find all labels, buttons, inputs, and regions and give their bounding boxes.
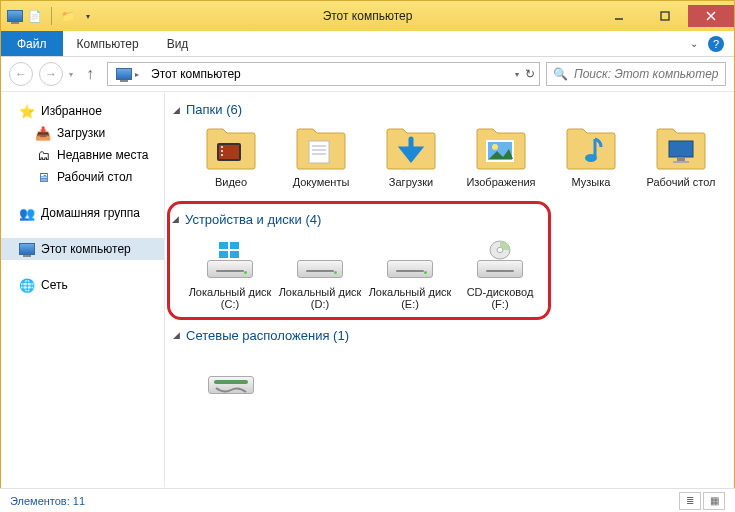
qat-customize-icon[interactable]: ▾ <box>80 8 96 24</box>
item-label: Локальный диск (C:) <box>188 286 272 311</box>
ribbon-tab-view[interactable]: Вид <box>153 31 203 56</box>
breadcrumb-root[interactable]: ▸ <box>112 68 143 80</box>
search-input[interactable] <box>574 67 719 81</box>
item-label: Изображения <box>466 176 535 189</box>
help-icon[interactable]: ? <box>708 36 724 52</box>
sidebar-homegroup[interactable]: 👥Домашняя группа <box>1 202 164 224</box>
system-menu-icon[interactable] <box>7 8 23 24</box>
svg-rect-22 <box>230 251 239 258</box>
breadcrumb[interactable]: Этот компьютер <box>147 67 245 81</box>
svg-point-15 <box>585 154 597 162</box>
star-icon: ⭐ <box>19 103 35 119</box>
sidebar-label: Недавние места <box>57 148 148 162</box>
homegroup-icon: 👥 <box>19 205 35 221</box>
close-button[interactable] <box>688 5 734 27</box>
svg-rect-21 <box>219 251 228 258</box>
item-label: Локальный диск (E:) <box>368 286 452 311</box>
item-label: Загрузки <box>389 176 433 189</box>
folder-item-pictures[interactable]: Изображения <box>459 125 543 189</box>
drive-hdd-icon <box>292 235 348 283</box>
svg-point-8 <box>221 154 223 156</box>
svg-rect-20 <box>230 242 239 249</box>
item-label: Локальный диск (D:) <box>278 286 362 311</box>
qat-properties-icon[interactable]: 📄 <box>27 8 43 24</box>
folder-video-icon <box>203 125 259 173</box>
desktop-icon: 🖥 <box>35 169 51 185</box>
item-label: Рабочий стол <box>646 176 715 189</box>
folder-desktop-icon <box>653 125 709 173</box>
svg-point-7 <box>221 150 223 152</box>
svg-rect-18 <box>673 161 689 163</box>
ribbon: Файл Компьютер Вид ⌄ ? <box>1 31 734 57</box>
recent-icon: 🗂 <box>35 147 51 163</box>
chevron-down-icon[interactable]: ▾ <box>515 70 519 79</box>
network-drive-icon <box>203 351 259 399</box>
folder-documents-icon <box>293 125 349 173</box>
forward-button[interactable]: → <box>39 62 63 86</box>
ribbon-file-tab[interactable]: Файл <box>1 31 63 56</box>
annotation-highlight: ◢Устройства и диски (4) Локальный диск (… <box>167 201 551 320</box>
netloc-grid <box>171 347 726 409</box>
folder-item-documents[interactable]: Документы <box>279 125 363 189</box>
folder-downloads-icon <box>383 125 439 173</box>
section-head-folders[interactable]: ◢Папки (6) <box>171 98 726 121</box>
svg-rect-9 <box>309 141 329 163</box>
netloc-item[interactable] <box>189 351 273 399</box>
sidebar-item-desktop[interactable]: 🖥Рабочий стол <box>1 166 164 188</box>
navigation-row: ← → ▾ ↑ ▸ Этот компьютер ▾ ↻ 🔍 <box>1 57 734 91</box>
drive-item-c[interactable]: Локальный диск (C:) <box>188 235 272 311</box>
sidebar-item-downloads[interactable]: 📥Загрузки <box>1 122 164 144</box>
sidebar-label: Домашняя группа <box>41 206 140 220</box>
item-label: Документы <box>293 176 350 189</box>
folder-item-video[interactable]: Видео <box>189 125 273 189</box>
address-bar[interactable]: ▸ Этот компьютер ▾ ↻ <box>107 62 540 86</box>
collapse-icon: ◢ <box>173 105 180 115</box>
drive-item-e[interactable]: Локальный диск (E:) <box>368 235 452 311</box>
separator <box>51 7 52 25</box>
section-head-drives[interactable]: ◢Устройства и диски (4) <box>170 208 542 231</box>
view-icons-button[interactable]: ▦ <box>703 492 725 510</box>
network-icon: 🌐 <box>19 277 35 293</box>
folder-item-downloads[interactable]: Загрузки <box>369 125 453 189</box>
status-bar: Элементов: 11 ≣ ▦ <box>0 488 735 512</box>
refresh-icon[interactable]: ↻ <box>525 67 535 81</box>
drive-cd-icon <box>472 235 528 283</box>
computer-icon <box>19 241 35 257</box>
sidebar-label: Этот компьютер <box>41 242 131 256</box>
svg-rect-19 <box>219 242 228 249</box>
section-head-netloc[interactable]: ◢Сетевые расположения (1) <box>171 324 726 347</box>
search-box[interactable]: 🔍 <box>546 62 726 86</box>
computer-icon <box>116 68 132 80</box>
content-pane: ◢Папки (6) Видео Документы Загрузки Изоб… <box>165 92 734 487</box>
ribbon-expand-icon[interactable]: ⌄ <box>690 38 698 49</box>
minimize-button[interactable] <box>596 5 642 27</box>
sidebar-item-recent[interactable]: 🗂Недавние места <box>1 144 164 166</box>
maximize-button[interactable] <box>642 5 688 27</box>
folder-item-music[interactable]: Музыка <box>549 125 633 189</box>
drive-item-d[interactable]: Локальный диск (D:) <box>278 235 362 311</box>
sidebar-favorites-head[interactable]: ⭐Избранное <box>1 100 164 122</box>
up-button[interactable]: ↑ <box>79 63 101 85</box>
folder-item-desktop[interactable]: Рабочий стол <box>639 125 723 189</box>
downloads-icon: 📥 <box>35 125 51 141</box>
drive-windows-icon <box>202 235 258 283</box>
drives-grid: Локальный диск (C:) Локальный диск (D:) … <box>170 231 542 315</box>
chevron-right-icon: ▸ <box>135 70 139 79</box>
history-dropdown-icon[interactable]: ▾ <box>69 70 73 79</box>
collapse-icon: ◢ <box>173 330 180 340</box>
window-title: Этот компьютер <box>323 9 413 23</box>
sidebar-label: Сеть <box>41 278 68 292</box>
sidebar-this-pc[interactable]: Этот компьютер <box>1 238 164 260</box>
sidebar-network[interactable]: 🌐Сеть <box>1 274 164 296</box>
section-title: Сетевые расположения (1) <box>186 328 349 343</box>
ribbon-tab-computer[interactable]: Компьютер <box>63 31 153 56</box>
drive-hdd-icon <box>382 235 438 283</box>
search-icon: 🔍 <box>553 67 568 81</box>
svg-rect-16 <box>669 141 693 157</box>
back-button[interactable]: ← <box>9 62 33 86</box>
navigation-pane: ⭐Избранное 📥Загрузки 🗂Недавние места 🖥Ра… <box>1 92 165 487</box>
view-details-button[interactable]: ≣ <box>679 492 701 510</box>
section-title: Устройства и диски (4) <box>185 212 321 227</box>
drive-item-f[interactable]: CD-дисковод (F:) <box>458 235 542 311</box>
qat-newfolder-icon[interactable]: 📁 <box>60 8 76 24</box>
